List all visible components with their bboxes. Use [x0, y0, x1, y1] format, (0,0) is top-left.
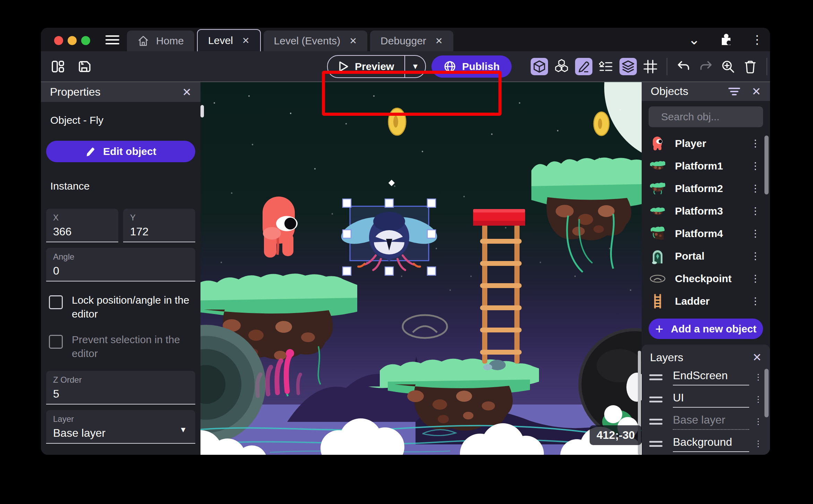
- objects-3d-view-icon[interactable]: [531, 58, 548, 75]
- filter-icon[interactable]: [727, 86, 741, 97]
- close-properties-icon[interactable]: ✕: [182, 86, 191, 99]
- x-input[interactable]: [53, 225, 111, 238]
- layer-row-ui[interactable]: UI ⋮: [642, 388, 770, 410]
- close-objects-panel-icon[interactable]: ✕: [752, 85, 761, 98]
- layer-row-endscreen[interactable]: EndScreen ⋮: [642, 366, 770, 388]
- delete-trash-icon[interactable]: [742, 58, 759, 75]
- layer-row-base-layer[interactable]: Base layer ⋮: [642, 410, 770, 433]
- object-name: Platform2: [675, 183, 723, 194]
- object-row-platform2[interactable]: Platform2 ⋮: [642, 177, 770, 200]
- canvas-left-scroll-fragment[interactable]: [200, 105, 204, 118]
- layer-kebab-icon[interactable]: ⋮: [754, 417, 762, 426]
- close-layers-panel-icon[interactable]: ✕: [752, 351, 762, 364]
- objects-search-box[interactable]: [649, 106, 763, 127]
- object-kebab-icon[interactable]: ⋮: [748, 160, 762, 172]
- preview-options-dropdown[interactable]: ▼: [404, 56, 425, 77]
- search-objects-input[interactable]: [660, 111, 770, 123]
- tab-level[interactable]: Level ✕: [197, 29, 261, 51]
- player-thumbnail: [649, 135, 666, 152]
- layer-name[interactable]: UI: [673, 391, 749, 408]
- extensions-puzzle-icon[interactable]: [718, 32, 733, 47]
- layer-row-background[interactable]: Background ⋮: [642, 433, 770, 455]
- drag-handle-icon[interactable]: [649, 397, 662, 402]
- zoom-icon[interactable]: [719, 58, 737, 75]
- object-row-portal[interactable]: Portal ⋮: [642, 245, 770, 267]
- instances-cubes-icon[interactable]: [553, 58, 570, 75]
- edit-object-button[interactable]: Edit object: [46, 141, 195, 162]
- angle-input[interactable]: [53, 264, 188, 277]
- object-kebab-icon[interactable]: ⋮: [748, 250, 762, 262]
- add-object-label: Add a new object: [671, 323, 756, 335]
- kebab-menu-icon[interactable]: ⋮: [751, 33, 763, 46]
- object-kebab-icon[interactable]: ⋮: [748, 295, 762, 307]
- platform3-thumbnail: [649, 203, 666, 219]
- play-icon: [338, 61, 349, 72]
- prevent-selection-checkbox[interactable]: [49, 335, 63, 349]
- close-tab-icon[interactable]: ✕: [240, 35, 250, 46]
- object-kebab-icon[interactable]: ⋮: [748, 228, 762, 239]
- prevent-selection-checkbox-row[interactable]: Prevent selection in the editor: [49, 333, 192, 360]
- scene-svg[interactable]: [200, 82, 642, 455]
- menu-hamburger-icon[interactable]: [105, 35, 119, 44]
- drag-handle-icon[interactable]: [649, 419, 662, 425]
- lock-position-checkbox-row[interactable]: Lock position/angle in the editor: [49, 293, 192, 321]
- scene-editor-canvas[interactable]: 412;-30: [200, 81, 642, 455]
- coin-instance[interactable]: [388, 108, 406, 135]
- close-tab-icon[interactable]: ✕: [347, 36, 357, 46]
- open-panels-icon[interactable]: [49, 58, 67, 75]
- layer-kebab-icon[interactable]: ⋮: [754, 394, 762, 404]
- object-row-checkpoint[interactable]: Checkpoint ⋮: [642, 267, 770, 290]
- publish-button[interactable]: Publish: [431, 55, 511, 78]
- save-icon[interactable]: [76, 58, 93, 75]
- grid-icon[interactable]: [642, 58, 659, 75]
- z-order-input[interactable]: [53, 388, 188, 400]
- object-row-platform1[interactable]: Platform1 ⋮: [642, 155, 770, 177]
- edit-scene-pen-icon[interactable]: [575, 58, 592, 75]
- layers-panel-icon[interactable]: [619, 58, 637, 75]
- object-row-platform4[interactable]: Platform4 ⋮: [642, 222, 770, 245]
- layer-name[interactable]: EndScreen: [673, 369, 749, 385]
- tab-home[interactable]: Home: [127, 31, 194, 51]
- object-row-player[interactable]: Player ⋮: [642, 132, 770, 155]
- properties-list-icon[interactable]: [597, 58, 615, 75]
- redo-icon[interactable]: [697, 58, 714, 75]
- lock-position-checkbox[interactable]: [49, 295, 63, 309]
- drag-handle-icon[interactable]: [649, 441, 662, 447]
- layer-name[interactable]: Base layer: [673, 414, 749, 430]
- undo-icon[interactable]: [675, 58, 692, 75]
- tab-level-events[interactable]: Level (Events) ✕: [264, 31, 368, 51]
- y-input[interactable]: [130, 225, 188, 238]
- object-kebab-icon[interactable]: ⋮: [748, 273, 762, 284]
- tab-label: Home: [156, 35, 184, 47]
- layer-kebab-icon[interactable]: ⋮: [754, 372, 762, 382]
- add-new-object-button[interactable]: + Add a new object: [649, 319, 763, 339]
- object-row-ladder[interactable]: Ladder ⋮: [642, 290, 770, 312]
- layer-select-field[interactable]: Layer Base layer ▼: [46, 410, 195, 444]
- layers-scrollbar[interactable]: [764, 369, 769, 417]
- close-tab-icon[interactable]: ✕: [433, 36, 443, 46]
- zoom-window-button[interactable]: [81, 36, 90, 45]
- chevron-down-icon[interactable]: ⌄: [688, 36, 700, 43]
- drag-handle-icon[interactable]: [649, 374, 662, 380]
- layer-kebab-icon[interactable]: ⋮: [754, 439, 762, 449]
- angle-field[interactable]: Angle: [46, 248, 195, 281]
- tab-debugger[interactable]: Debugger ✕: [370, 31, 453, 51]
- x-field[interactable]: X: [46, 209, 118, 242]
- tab-label: Level (Events): [274, 35, 341, 47]
- fly-instance-selected[interactable]: [338, 206, 440, 270]
- layer-name[interactable]: Background: [673, 436, 749, 452]
- close-window-button[interactable]: [54, 36, 63, 45]
- object-kebab-icon[interactable]: ⋮: [748, 205, 762, 217]
- z-order-field[interactable]: Z Order: [46, 371, 195, 405]
- coin-instance[interactable]: [594, 112, 609, 136]
- preview-button[interactable]: Preview: [328, 56, 404, 77]
- object-kebab-icon[interactable]: ⋮: [748, 138, 762, 149]
- minimize-window-button[interactable]: [68, 36, 77, 45]
- checkpoint-thumbnail: [649, 270, 666, 287]
- y-field[interactable]: Y: [123, 209, 195, 242]
- object-kebab-icon[interactable]: ⋮: [748, 183, 762, 194]
- object-name: Ladder: [675, 295, 710, 307]
- cursor-coordinates-badge: 412;-30: [590, 425, 642, 445]
- objects-scrollbar[interactable]: [764, 136, 769, 194]
- object-row-platform3[interactable]: Platform3 ⋮: [642, 200, 770, 222]
